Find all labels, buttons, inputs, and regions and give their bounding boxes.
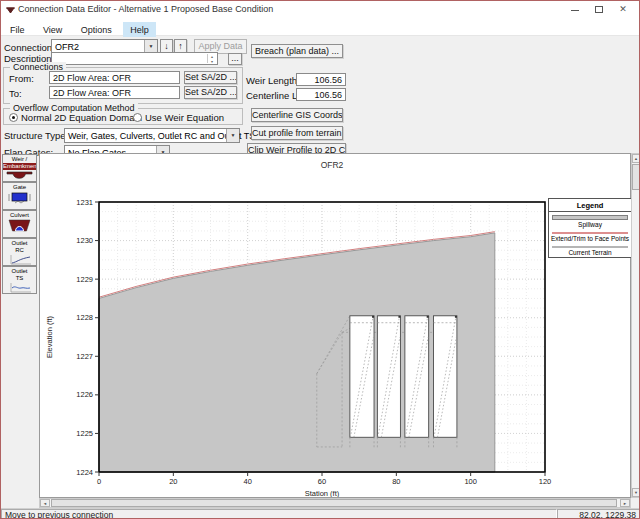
x-tick-label: 40: [243, 477, 251, 486]
connection-data-editor-window: Connection Data Editor - Alternative 1 P…: [0, 0, 640, 519]
title-bar: Connection Data Editor - Alternative 1 P…: [1, 1, 639, 19]
sidebar-outlet-ts-button[interactable]: Outlet TS: [2, 266, 37, 294]
weir-length-value: 106.56: [296, 73, 346, 86]
radio-use-weir[interactable]: Use Weir Equation: [133, 112, 224, 123]
y-tick-label: 1230: [76, 236, 93, 245]
y-tick-label: 1229: [76, 275, 93, 284]
outlet-rc-icon: [8, 254, 32, 265]
gate-icon: [6, 191, 33, 205]
menu-view[interactable]: View: [36, 22, 69, 37]
legend-label: Current Terrain: [549, 248, 631, 257]
from-label: From:: [9, 73, 34, 84]
cursor-coordinates: 82.02, 1229.38: [557, 509, 640, 519]
description-input[interactable]: ▴ ▾: [51, 52, 218, 65]
maximize-icon: [595, 6, 603, 13]
status-message: Move to previous connection: [1, 509, 557, 519]
legend-label: Spillway: [549, 220, 631, 229]
cut-profile-from-terrain-button[interactable]: Cut profile from terrain ...: [251, 126, 343, 140]
from-value-field: 2D Flow Area: OFR: [49, 71, 180, 84]
y-tick-label: 1224: [76, 468, 93, 477]
connection-label: Connection:: [4, 42, 55, 53]
menu-help[interactable]: Help: [123, 22, 156, 37]
horizontal-scrollbar[interactable]: ◄ ►: [39, 498, 631, 508]
description-expand-button[interactable]: ...: [228, 53, 242, 65]
gate-corner-dot: [398, 316, 400, 318]
description-spinner[interactable]: ▴ ▾: [207, 54, 216, 63]
y-tick-label: 1228: [76, 313, 93, 322]
maximize-button[interactable]: [587, 1, 611, 18]
spin-down-icon: ▾: [211, 59, 213, 64]
app-icon: [5, 5, 16, 15]
profile-chart-svg: 0204060801001201224122512261227122812291…: [40, 154, 630, 497]
arrow-down-icon: ↓: [164, 41, 169, 51]
chart-title: OFR2: [321, 160, 344, 170]
gate-corner-dot: [427, 316, 429, 318]
structure-type-label: Structure Type:: [4, 130, 68, 141]
structure-type-combobox[interactable]: Weir, Gates, Culverts, Outlet RC and Out…: [64, 128, 240, 143]
chart-legend-entries: SpillwayExtend/Trim to Face PointsCurren…: [549, 215, 631, 257]
x-tick-label: 80: [392, 477, 400, 486]
status-bar: Move to previous connection 82.02, 1229.…: [1, 508, 639, 519]
window-title: Connection Data Editor - Alternative 1 P…: [18, 4, 273, 14]
connection-value: OFR2: [55, 42, 79, 52]
weir-length-label: Weir Length:: [246, 75, 300, 86]
radio-normal-2d[interactable]: Normal 2D Equation Domain: [9, 112, 142, 123]
radio-normal-2d-circle[interactable]: [9, 113, 18, 122]
scroll-right-icon[interactable]: ►: [620, 499, 630, 507]
weir-icon: [6, 170, 33, 182]
legend-title: Legend: [549, 199, 631, 212]
radio-use-weir-circle[interactable]: [133, 113, 142, 122]
profile-chart-panel: 0204060801001201224122512261227122812291…: [39, 153, 631, 498]
scroll-left-icon[interactable]: ◄: [40, 499, 50, 507]
x-tick-label: 60: [318, 477, 326, 486]
y-axis-label: Elevation (ft): [45, 315, 54, 358]
x-tick-label: 120: [539, 477, 552, 486]
sidebar-weir-embankment-button[interactable]: Weir / Embankment: [2, 154, 37, 182]
to-label: To:: [9, 88, 22, 99]
vertical-scroll-thumb[interactable]: [632, 164, 640, 190]
close-icon: ✕: [619, 4, 627, 14]
y-tick-label: 1225: [76, 429, 93, 438]
scroll-up-icon[interactable]: ▲: [632, 154, 640, 163]
chart-legend: Legend SpillwayExtend/Trim to Face Point…: [548, 198, 632, 258]
horizontal-scroll-thumb[interactable]: [51, 499, 617, 507]
sidebar-outlet-rc-button[interactable]: Outlet RC: [2, 238, 37, 266]
centerline-length-value: 106.56: [296, 88, 346, 101]
gate-corner-dot: [455, 316, 457, 318]
y-tick-label: 1227: [76, 352, 93, 361]
set-sa2d-from-button[interactable]: Set SA/2D ...: [184, 71, 237, 84]
breach-plan-data-button[interactable]: Breach (plan data) ...: [251, 44, 343, 58]
x-tick-label: 20: [169, 477, 177, 486]
sidebar-culvert-button[interactable]: Culvert: [2, 210, 37, 238]
y-tick-label: 1231: [76, 198, 93, 207]
x-tick-label: 0: [97, 477, 101, 486]
chevron-down-icon[interactable]: ▼: [226, 129, 239, 142]
x-axis-label: Station (ft): [305, 489, 340, 497]
arrow-up-icon: ↑: [178, 41, 183, 51]
to-value-field: 2D Flow Area: OFR: [49, 86, 180, 99]
gate-corner-dot: [372, 316, 374, 318]
minimize-icon: [571, 10, 579, 11]
x-tick-label: 100: [464, 477, 477, 486]
centerline-gis-coords-button[interactable]: Centerline GIS Coords...: [251, 108, 343, 122]
y-tick-label: 1226: [76, 390, 93, 399]
minimize-button[interactable]: [563, 1, 587, 18]
menu-file[interactable]: File: [3, 22, 32, 37]
culvert-icon: [6, 219, 33, 233]
menu-options[interactable]: Options: [74, 22, 119, 37]
sidebar-gate-button[interactable]: Gate: [2, 182, 37, 210]
scroll-down-icon[interactable]: ▼: [632, 488, 640, 497]
vertical-scrollbar[interactable]: ▲ ▼: [631, 153, 640, 498]
menu-bar: File View Options Help: [1, 19, 639, 36]
close-button[interactable]: ✕: [611, 1, 635, 18]
outlet-ts-icon: [8, 282, 32, 293]
legend-label: Extend/Trim to Face Points: [549, 234, 631, 243]
set-sa2d-to-button[interactable]: Set SA/2D ...: [184, 86, 237, 99]
